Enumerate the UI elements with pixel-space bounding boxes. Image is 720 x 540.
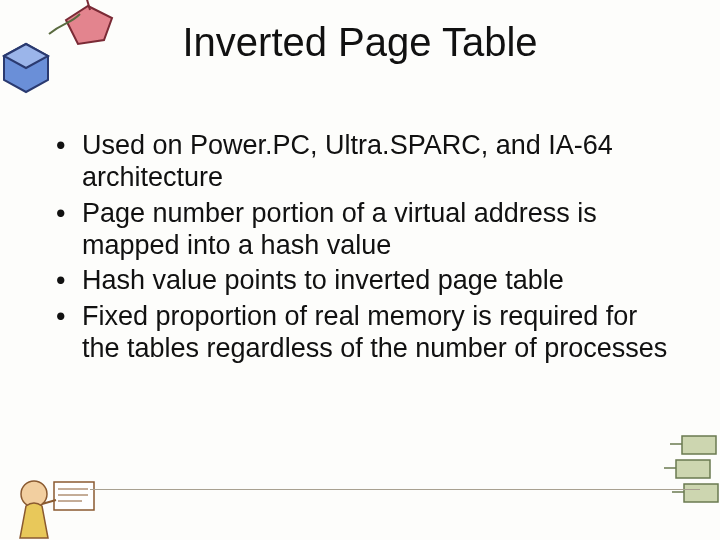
bullet-item: Hash value points to inverted page table	[50, 265, 680, 297]
footer-divider	[90, 489, 700, 490]
svg-rect-10	[682, 436, 716, 454]
svg-rect-12	[684, 484, 718, 502]
svg-line-3	[86, 0, 90, 10]
bullet-item: Page number portion of a virtual address…	[50, 198, 680, 262]
slide: Inverted Page Table Used on Power.PC, Ul…	[0, 0, 720, 540]
bullet-list: Used on Power.PC, Ultra.SPARC, and IA-64…	[50, 130, 680, 365]
corner-decoration-bottom-right-icon	[652, 430, 720, 520]
corner-decoration-bottom-left-icon	[0, 434, 146, 540]
bullet-item: Fixed proportion of real memory is requi…	[50, 301, 680, 365]
svg-rect-11	[676, 460, 710, 478]
svg-point-4	[21, 481, 47, 507]
slide-body: Used on Power.PC, Ultra.SPARC, and IA-64…	[50, 130, 680, 369]
bullet-item: Used on Power.PC, Ultra.SPARC, and IA-64…	[50, 130, 680, 194]
svg-rect-5	[54, 482, 94, 510]
slide-title: Inverted Page Table	[0, 20, 720, 65]
svg-line-9	[42, 500, 56, 504]
